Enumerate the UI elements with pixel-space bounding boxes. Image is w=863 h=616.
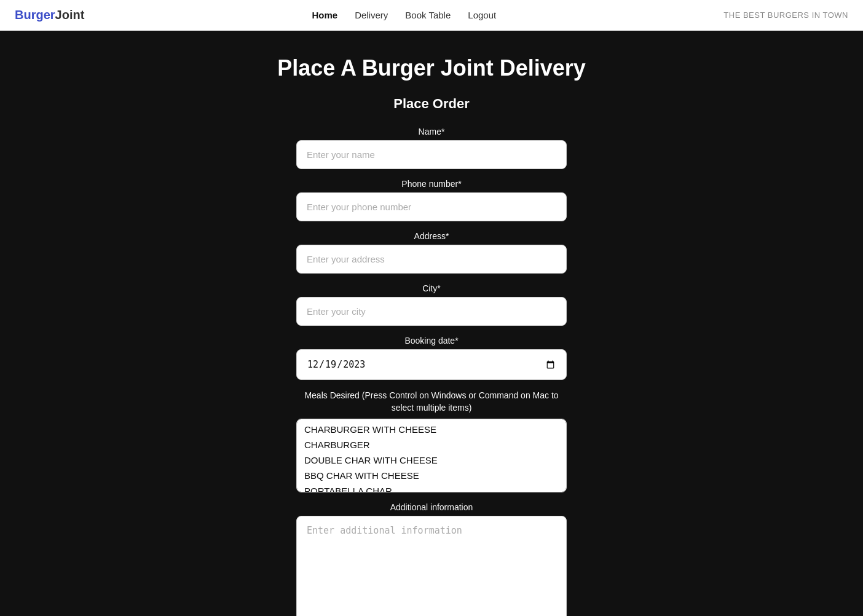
name-field-group: Name*: [296, 127, 567, 169]
logo-container: BurgerJoint: [15, 8, 84, 22]
additional-field-group: Additional information: [296, 502, 567, 616]
booking-date-label: Booking date*: [404, 336, 458, 346]
nav-book-table[interactable]: Book Table: [405, 10, 451, 20]
form-section-title: Place Order: [393, 96, 470, 112]
nav-logout[interactable]: Logout: [468, 10, 496, 20]
navbar-tagline: THE BEST BURGERS IN TOWN: [723, 10, 848, 20]
city-label: City*: [422, 283, 441, 293]
navbar: BurgerJoint Home Delivery Book Table Log…: [0, 0, 863, 31]
phone-label: Phone number*: [401, 179, 461, 189]
additional-textarea[interactable]: [296, 516, 567, 616]
booking-date-field-group: Booking date*: [296, 336, 567, 380]
main-content: Place A Burger Joint Delivery Place Orde…: [0, 31, 863, 616]
nav-links: Home Delivery Book Table Logout: [312, 10, 496, 20]
nav-home[interactable]: Home: [312, 10, 337, 20]
logo-burger: Burger: [15, 8, 55, 22]
city-input[interactable]: [296, 297, 567, 326]
page-title: Place A Burger Joint Delivery: [277, 55, 586, 81]
nav-delivery[interactable]: Delivery: [355, 10, 388, 20]
meals-field-group: Meals Desired (Press Control on Windows …: [296, 390, 567, 492]
additional-label: Additional information: [390, 502, 473, 512]
meals-select[interactable]: CHARBURGER WITH CHEESECHARBURGERDOUBLE C…: [296, 419, 567, 492]
city-field-group: City*: [296, 283, 567, 326]
address-field-group: Address*: [296, 231, 567, 274]
address-input[interactable]: [296, 245, 567, 274]
meals-label: Meals Desired (Press Control on Windows …: [296, 390, 567, 414]
phone-field-group: Phone number*: [296, 179, 567, 221]
form-container: Place Order Name* Phone number* Address*…: [296, 96, 567, 616]
name-label: Name*: [419, 127, 445, 136]
address-label: Address*: [414, 231, 449, 241]
name-input[interactable]: [296, 140, 567, 169]
phone-input[interactable]: [296, 192, 567, 221]
logo-joint: Joint: [55, 8, 85, 22]
booking-date-input[interactable]: [296, 349, 567, 380]
logo: BurgerJoint: [15, 8, 84, 22]
